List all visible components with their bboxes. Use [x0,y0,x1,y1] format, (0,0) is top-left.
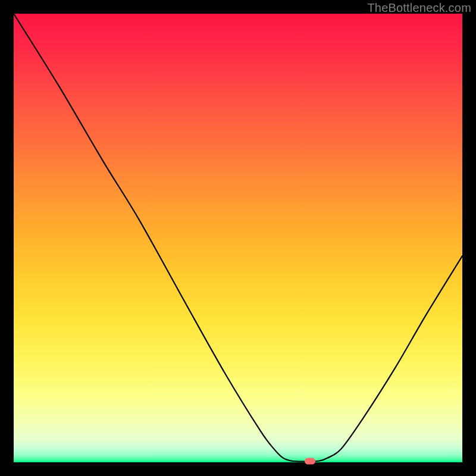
bottleneck-curve [14,14,462,462]
optimal-point-marker [305,458,315,464]
chart-plot-area [14,14,462,462]
watermark-text: TheBottleneck.com [367,1,471,15]
